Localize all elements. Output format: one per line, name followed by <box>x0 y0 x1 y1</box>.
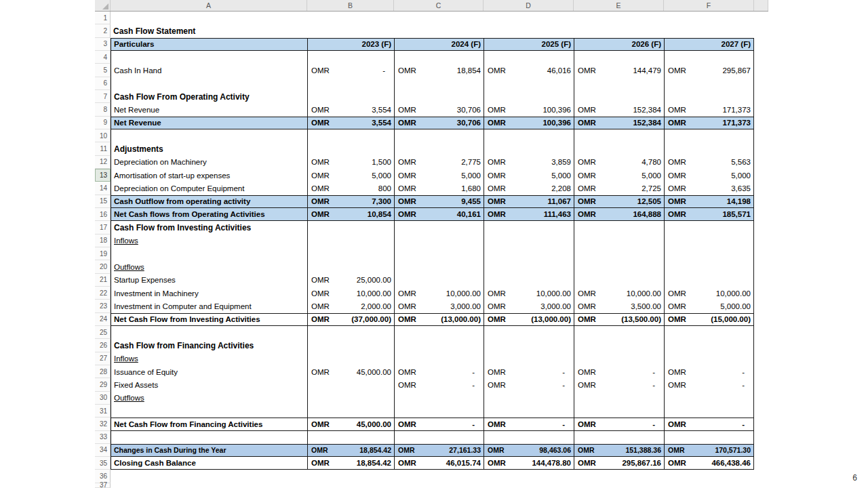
cell-A12[interactable]: Depreciation on Machinery <box>111 156 307 169</box>
cell-C12[interactable]: OMR2,775 <box>394 156 484 169</box>
cell-B23[interactable]: OMR2,000.00 <box>307 300 394 312</box>
cell-F1[interactable] <box>664 12 754 24</box>
row-header-16[interactable]: 16 <box>95 208 111 221</box>
row-header-17[interactable]: 17 <box>95 221 111 234</box>
cell-C19[interactable] <box>394 247 484 260</box>
cell-C27[interactable] <box>394 352 484 365</box>
column-header-B[interactable]: B <box>307 0 394 11</box>
cell-E9[interactable]: OMR152,384 <box>574 117 664 129</box>
cell-D1[interactable] <box>484 12 574 24</box>
cell-C20[interactable] <box>394 260 484 273</box>
cell-A1[interactable] <box>111 12 307 24</box>
cell-E36[interactable] <box>574 470 664 483</box>
cell-E2[interactable] <box>574 24 664 37</box>
cell-D8[interactable]: OMR100,396 <box>484 103 574 116</box>
cell-B19[interactable] <box>307 247 394 260</box>
cell-E1[interactable] <box>574 12 664 24</box>
cell-B13[interactable]: OMR5,000 <box>307 169 394 182</box>
cell-F11[interactable] <box>664 142 754 155</box>
cell-A25[interactable] <box>111 326 307 339</box>
cell-E31[interactable] <box>574 405 664 418</box>
cell-E12[interactable]: OMR4,780 <box>574 156 664 169</box>
row-header-2[interactable]: 2 <box>95 24 111 37</box>
cell-A6[interactable] <box>111 77 307 90</box>
cell-D27[interactable] <box>484 352 574 365</box>
cell-E7[interactable] <box>574 90 664 103</box>
cell-B17[interactable] <box>307 221 394 234</box>
cell-B9[interactable]: OMR3,554 <box>307 117 394 129</box>
cell-F28[interactable]: OMR- <box>664 365 754 378</box>
cell-F17[interactable] <box>664 221 754 234</box>
cell-C23[interactable]: OMR3,000.00 <box>394 300 484 312</box>
cell-A28[interactable]: Issuance of Equity <box>111 365 307 378</box>
cell-A14[interactable]: Depreciation on Computer Equipment <box>111 182 307 195</box>
cell-A7[interactable]: Cash Flow From Operating Activity <box>111 90 307 103</box>
cell-B3[interactable]: 2023 (F) <box>307 39 394 50</box>
cell-E25[interactable] <box>574 326 664 339</box>
cell-D18[interactable] <box>484 235 574 247</box>
cell-D21[interactable] <box>484 274 574 287</box>
cell-A35[interactable]: Closing Cash Balance <box>111 457 307 469</box>
row-header-22[interactable]: 22 <box>95 287 111 300</box>
cell-F18[interactable] <box>664 235 754 247</box>
cell-E18[interactable] <box>574 235 664 247</box>
cell-D6[interactable] <box>484 77 574 90</box>
row-header-35[interactable]: 35 <box>95 457 111 470</box>
cell-D32[interactable]: OMR- <box>484 418 574 430</box>
row-header-29[interactable]: 29 <box>95 378 111 391</box>
cell-F19[interactable] <box>664 247 754 260</box>
cell-F14[interactable]: OMR3,635 <box>664 182 754 195</box>
row-header-5[interactable]: 5 <box>95 64 111 77</box>
cell-B15[interactable]: OMR7,300 <box>307 196 394 207</box>
cell-D30[interactable] <box>484 392 574 405</box>
cell-D11[interactable] <box>484 142 574 155</box>
cell-E35[interactable]: OMR295,867.16 <box>574 457 664 469</box>
cell-F6[interactable] <box>664 77 754 90</box>
cell-E16[interactable]: OMR164,888 <box>574 208 664 220</box>
cell-A21[interactable]: Startup Expenses <box>111 274 307 287</box>
cell-E27[interactable] <box>574 352 664 365</box>
cell-A22[interactable]: Investment in Machinery <box>111 287 307 300</box>
cell-C7[interactable] <box>394 90 484 103</box>
cell-B4[interactable] <box>307 51 394 64</box>
cell-F34[interactable]: OMR170,571.30 <box>664 445 754 456</box>
cell-C6[interactable] <box>394 77 484 90</box>
cell-A17[interactable]: Cash Flow from Investing Activities <box>111 221 307 234</box>
cell-B28[interactable]: OMR45,000.00 <box>307 365 394 378</box>
cell-A4[interactable] <box>111 51 307 64</box>
select-all-corner[interactable] <box>95 0 111 11</box>
cell-A36[interactable] <box>111 470 307 483</box>
cell-B37[interactable] <box>307 483 394 488</box>
cell-A15[interactable]: Cash Outflow from operating activity <box>111 196 307 207</box>
cell-B34[interactable]: OMR18,854.42 <box>307 445 394 456</box>
cell-D20[interactable] <box>484 260 574 273</box>
cell-A27[interactable]: Inflows <box>111 352 307 365</box>
row-header-28[interactable]: 28 <box>95 365 111 378</box>
cell-C15[interactable]: OMR9,455 <box>394 196 484 207</box>
cell-F21[interactable] <box>664 274 754 287</box>
cell-F13[interactable]: OMR5,000 <box>664 169 754 182</box>
cell-C3[interactable]: 2024 (F) <box>394 39 484 50</box>
row-header-33[interactable]: 33 <box>95 431 111 444</box>
column-header-F[interactable]: F <box>664 0 754 11</box>
cell-B32[interactable]: OMR45,000.00 <box>307 418 394 430</box>
cell-E3[interactable]: 2026 (F) <box>574 39 664 50</box>
cell-C35[interactable]: OMR46,015.74 <box>394 457 484 469</box>
cell-E4[interactable] <box>574 51 664 64</box>
row-header-37[interactable]: 37 <box>95 483 111 488</box>
cell-D34[interactable]: OMR98,463.06 <box>484 445 574 456</box>
cell-C25[interactable] <box>394 326 484 339</box>
cell-D4[interactable] <box>484 51 574 64</box>
cell-A24[interactable]: Net Cash Flow from Investing Activities <box>111 314 307 325</box>
row-header-21[interactable]: 21 <box>95 274 111 287</box>
cell-F30[interactable] <box>664 392 754 405</box>
cell-D33[interactable] <box>484 431 574 444</box>
cell-C30[interactable] <box>394 392 484 405</box>
cell-D13[interactable]: OMR5,000 <box>484 169 574 182</box>
column-header-D[interactable]: D <box>484 0 574 11</box>
cell-D7[interactable] <box>484 90 574 103</box>
cell-E15[interactable]: OMR12,505 <box>574 196 664 207</box>
cell-A33[interactable] <box>111 431 307 444</box>
cell-D14[interactable]: OMR2,208 <box>484 182 574 195</box>
cell-A20[interactable]: Outflows <box>111 260 307 273</box>
